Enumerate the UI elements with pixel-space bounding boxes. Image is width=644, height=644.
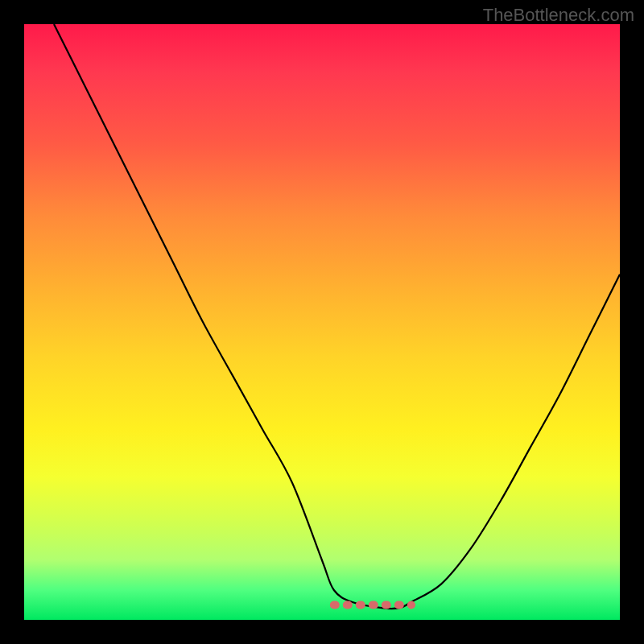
bottleneck-curve bbox=[54, 24, 620, 609]
plot-area bbox=[24, 24, 620, 620]
watermark-text: TheBottleneck.com bbox=[483, 5, 634, 26]
chart-container: TheBottleneck.com bbox=[0, 0, 644, 644]
curve-svg bbox=[24, 24, 620, 620]
